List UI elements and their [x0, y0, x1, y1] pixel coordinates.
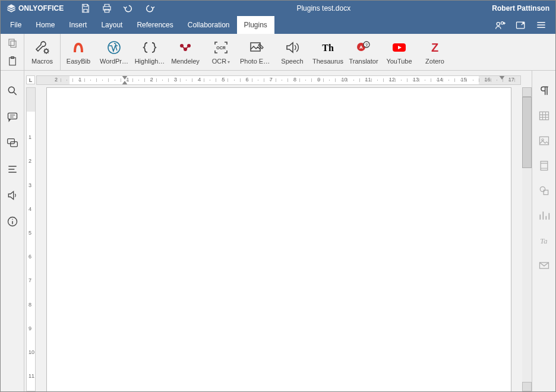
plugin-label: Thesaurus: [312, 58, 343, 65]
vertical-scrollbar[interactable]: [522, 87, 532, 391]
menubar: File Home Insert Layout References Colla…: [1, 16, 555, 34]
plugin-macros[interactable]: Macros: [24, 34, 60, 71]
menubar-right-icons: [495, 20, 553, 30]
plugin-translator[interactable]: A文 Translator: [346, 34, 381, 71]
page-scroll-area[interactable]: [36, 87, 522, 391]
svg-text:Z: Z: [431, 41, 438, 54]
plugin-highlight[interactable]: Highligh…: [132, 34, 168, 71]
textart-icon[interactable]: Ta: [538, 235, 550, 246]
svg-rect-24: [10, 142, 17, 147]
plugin-label: OCR▾: [212, 58, 230, 65]
search-icon[interactable]: [7, 85, 18, 97]
plugin-label: Highligh…: [135, 58, 165, 65]
plugin-youtube[interactable]: YouTube: [381, 34, 417, 71]
document-title: Plugins test.docx: [155, 4, 492, 12]
chart-icon[interactable]: [538, 210, 550, 222]
open-location-icon[interactable]: [515, 20, 527, 30]
comments-icon[interactable]: [7, 111, 18, 123]
paste-icon: [7, 56, 18, 67]
save-icon[interactable]: [80, 3, 91, 14]
paragraph-icon[interactable]: [538, 85, 550, 97]
plugin-label: Mendeley: [171, 58, 200, 65]
chat-icon[interactable]: [7, 137, 18, 149]
photoedit-icon: [249, 40, 264, 55]
paste-button[interactable]: [1, 52, 24, 71]
plugin-thesaurus[interactable]: Th Thesaurus: [310, 34, 346, 71]
hamburger-icon[interactable]: [535, 20, 547, 30]
header-footer-icon[interactable]: [538, 160, 550, 172]
tab-layout[interactable]: Layout: [94, 16, 129, 34]
plugin-label: Photo E…▾: [240, 58, 273, 65]
print-icon[interactable]: [102, 3, 112, 14]
navigation-icon[interactable]: [7, 163, 18, 175]
plugin-label: Zotero: [425, 58, 444, 65]
svg-text:OCR: OCR: [216, 46, 226, 50]
tab-file[interactable]: File: [3, 16, 29, 34]
horizontal-ruler[interactable]: 211234567891011121314151617: [36, 75, 521, 85]
tab-insert[interactable]: Insert: [62, 16, 94, 34]
tab-home[interactable]: Home: [29, 16, 62, 34]
undo-icon[interactable]: [123, 3, 134, 14]
svg-point-30: [540, 186, 545, 191]
scroll-thumb[interactable]: [522, 97, 532, 168]
user-name[interactable]: Robert Pattinson: [492, 4, 549, 12]
table-icon[interactable]: [538, 110, 550, 122]
plugin-label: Speech: [281, 58, 303, 65]
image-icon[interactable]: [538, 135, 550, 147]
svg-point-7: [45, 49, 48, 53]
svg-rect-3: [9, 39, 14, 46]
svg-rect-27: [539, 137, 548, 144]
svg-text:Ta: Ta: [540, 237, 547, 245]
tab-plugins[interactable]: Plugins: [237, 16, 274, 34]
svg-rect-4: [11, 41, 16, 48]
scroll-down-icon[interactable]: [522, 382, 532, 391]
svg-rect-22: [8, 113, 17, 119]
plugin-easybib[interactable]: EasyBib: [61, 34, 96, 71]
ocr-icon: OCR: [213, 40, 229, 55]
plugin-zotero[interactable]: Z Zotero: [417, 34, 453, 71]
mailmerge-icon[interactable]: [538, 260, 550, 271]
svg-text:Th: Th: [322, 43, 334, 53]
svg-rect-29: [541, 162, 548, 170]
plugin-label: YouTube: [386, 58, 412, 65]
workspace: L 211234567891011121314151617 1234567891…: [1, 71, 555, 391]
mendeley-icon: [178, 40, 193, 55]
youtube-icon: [391, 40, 407, 55]
translator-icon: A文: [356, 40, 371, 55]
ruler-corner[interactable]: L: [26, 75, 35, 84]
right-sidebar: Ta: [532, 71, 555, 391]
wrench-gear-icon: [34, 40, 50, 55]
zotero-icon: Z: [427, 40, 443, 55]
tab-references[interactable]: References: [129, 16, 180, 34]
svg-text:文: 文: [365, 43, 369, 47]
copy-icon: [7, 37, 18, 48]
chevron-down-icon: ▾: [271, 59, 273, 65]
vertical-ruler[interactable]: 1234567891011: [26, 87, 36, 391]
braces-icon: [142, 40, 157, 55]
svg-rect-26: [539, 112, 548, 119]
plugin-mendeley[interactable]: Mendeley: [168, 34, 203, 71]
plugin-label: WordPr…: [100, 58, 128, 65]
easybib-icon: [71, 40, 86, 55]
scroll-up-icon[interactable]: [522, 87, 532, 97]
document-page[interactable]: [46, 87, 511, 391]
plugin-photoeditor[interactable]: Photo E…▾: [239, 34, 274, 71]
plugin-wordpress[interactable]: WordPr…: [96, 34, 132, 71]
copy-button[interactable]: [1, 34, 24, 52]
plugin-label: EasyBib: [67, 58, 90, 65]
about-icon[interactable]: [7, 216, 18, 227]
shape-icon[interactable]: [538, 185, 550, 197]
left-sidebar: [1, 71, 24, 391]
redo-icon[interactable]: [144, 3, 155, 14]
share-icon[interactable]: [495, 20, 507, 30]
plugin-label: Macros: [31, 58, 53, 65]
tab-collaboration[interactable]: Collaboration: [181, 16, 237, 34]
svg-rect-23: [7, 139, 14, 144]
feedback-icon[interactable]: [7, 189, 18, 201]
plugin-ocr[interactable]: OCR OCR▾: [203, 34, 239, 71]
svg-point-0: [497, 23, 500, 26]
plugin-speech[interactable]: Speech: [274, 34, 310, 71]
svg-text:A: A: [359, 45, 363, 50]
quick-access-toolbar: [80, 3, 155, 14]
plugin-label: Translator: [349, 58, 378, 65]
